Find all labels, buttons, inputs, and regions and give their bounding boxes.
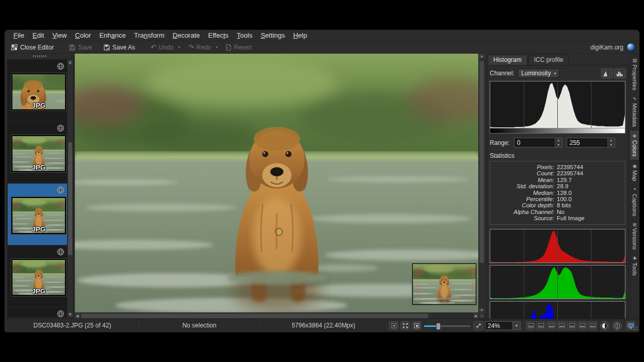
geolocation-globe-icon <box>57 124 65 132</box>
thumbbar-scroll-down-icon[interactable]: ▼ <box>68 312 73 317</box>
save-icon <box>69 44 75 51</box>
vertical-scroll-thumb[interactable] <box>479 61 484 263</box>
revert-icon <box>226 44 231 51</box>
channel-label: Channel: <box>490 70 514 77</box>
redo-button[interactable]: ↷ Redo <box>185 42 214 52</box>
zoom-slider-handle[interactable] <box>436 323 441 330</box>
app-window: FileEditViewColorEnhanceTransformDecorat… <box>4 29 640 333</box>
preview-mode-button-6[interactable] <box>577 321 587 330</box>
sidebar-tab-tools[interactable]: ✚Tools <box>630 253 639 279</box>
channel-select[interactable]: Luminosity ▾ <box>518 69 559 78</box>
preview-mode-button-4[interactable] <box>557 321 566 330</box>
menu-settings[interactable]: Settings <box>257 31 288 40</box>
zoom-to-selection-button[interactable] <box>389 321 398 330</box>
menubar: FileEditViewColorEnhanceTransformDecorat… <box>5 30 639 41</box>
overexposure-indicator-button[interactable] <box>613 321 622 331</box>
sidebar-tab-properties[interactable]: ▤Properties <box>630 55 639 93</box>
sidebar-tab-map[interactable]: ◉Map <box>630 160 639 184</box>
thumbnail-item-1[interactable]: JPG <box>8 60 68 121</box>
thumbnail-item-2[interactable]: JPG <box>8 122 68 183</box>
statistics-box: Pixels:22395744Count:22395744Mean:129.7S… <box>490 161 625 225</box>
linear-scale-button[interactable] <box>601 69 613 78</box>
menu-decorate[interactable]: Decorate <box>169 31 204 40</box>
pan-corner-button[interactable] <box>479 313 485 319</box>
canvas-horizontal-scrollbar[interactable]: ◀ ▶ <box>75 312 479 319</box>
undo-history-dropdown[interactable]: ▾ <box>178 45 180 50</box>
underexposure-indicator-button[interactable] <box>600 321 609 331</box>
thumbbar-scroll-thumb[interactable] <box>68 142 72 256</box>
luminosity-histogram[interactable] <box>490 81 625 128</box>
menu-file[interactable]: File <box>10 31 28 40</box>
sidebar-tab-colors[interactable]: ❖Colors <box>630 130 639 160</box>
fit-to-selection-button[interactable] <box>412 321 421 330</box>
thumbbar-scroll-up-icon[interactable]: ▲ <box>68 60 73 65</box>
thumbnail-image[interactable]: JPG <box>11 197 66 234</box>
preview-mode-button-5[interactable] <box>567 321 576 330</box>
scroll-down-icon[interactable]: ▼ <box>479 308 485 313</box>
range-max-input[interactable] <box>567 138 607 147</box>
spin-buttons[interactable]: ▲▼ <box>555 138 562 147</box>
tab-icc-profile[interactable]: ICC profile <box>528 55 569 65</box>
logarithmic-scale-button[interactable] <box>614 69 625 78</box>
digikam-brand-label: digiKam.org <box>590 44 623 51</box>
statusbar: DSC03483-2.JPG (25 of 42) No selection 5… <box>5 319 639 332</box>
thumbnail-item-4[interactable]: JPG <box>8 245 68 307</box>
undo-button[interactable]: ↶ Undo <box>148 42 176 52</box>
editor-canvas[interactable]: ▲ ▼ ◀ ▶ <box>75 54 485 319</box>
sidebar-tab-label: Properties <box>632 64 638 90</box>
range-label: Range: <box>490 139 510 146</box>
sidebar-tab-label: Metadata <box>632 103 638 127</box>
fit-to-window-button[interactable] <box>400 321 410 330</box>
thumbnail-item-3[interactable]: JPG <box>8 184 68 245</box>
scroll-up-icon[interactable]: ▲ <box>479 54 485 59</box>
menu-enhance[interactable]: Enhance <box>95 31 129 40</box>
thumbnail-image[interactable]: JPG <box>11 259 66 296</box>
sidebar-tab-captions[interactable]: ❝Captions <box>630 184 639 219</box>
preview-mode-buttons <box>526 321 597 330</box>
preview-mode-button-1[interactable] <box>526 321 535 330</box>
tab-histogram[interactable]: Histogram <box>488 55 527 65</box>
color-managed-view-button[interactable] <box>626 321 635 330</box>
menu-color[interactable]: Color <box>71 31 94 40</box>
canvas-vertical-scrollbar[interactable]: ▲ ▼ <box>478 54 485 313</box>
save-button[interactable]: Save <box>67 43 94 52</box>
preview-mode-button-7[interactable] <box>588 321 597 330</box>
menu-view[interactable]: View <box>49 31 70 40</box>
zoom-slider[interactable] <box>424 322 471 330</box>
sidebar-tab-label: Colors <box>632 140 638 157</box>
spin-buttons[interactable]: ▲▼ <box>607 138 615 147</box>
save-as-button[interactable]: Save As <box>101 43 138 52</box>
zoom-combo-dropdown-icon[interactable]: ▼ <box>513 321 521 330</box>
pan-overview-thumbnail[interactable] <box>412 264 476 305</box>
sidebar-tab-versions[interactable]: ⊞Versions <box>630 220 639 253</box>
canvas-image[interactable] <box>75 54 479 313</box>
menu-tools[interactable]: Tools <box>233 31 256 40</box>
thumbnail-item-5[interactable]: JPG <box>8 307 68 317</box>
scroll-left-icon[interactable]: ◀ <box>75 313 80 319</box>
zoom-level-combo[interactable]: 24% ▼ <box>485 321 521 330</box>
zoom-100-button[interactable] <box>474 321 483 330</box>
thumbbar-splitter-handle[interactable] <box>5 54 75 59</box>
close-editor-button[interactable]: Close Editor <box>9 43 56 52</box>
menu-transform[interactable]: Transform <box>131 31 168 40</box>
menu-edit[interactable]: Edit <box>29 31 47 40</box>
thumbnail-image[interactable]: JPG <box>11 73 66 110</box>
menu-help[interactable]: Help <box>289 31 311 40</box>
preview-mode-button-3[interactable] <box>546 321 556 330</box>
redo-history-dropdown[interactable]: ▾ <box>216 45 218 50</box>
sidebar-tab-metadata[interactable]: ✎Metadata <box>630 93 639 130</box>
range-max-spinbox[interactable]: ▲▼ <box>567 138 615 147</box>
geolocation-globe-icon <box>57 186 65 194</box>
thumbnail-image[interactable]: JPG <box>11 135 66 172</box>
range-min-spinbox[interactable]: ▲▼ <box>514 138 562 147</box>
horizontal-scroll-thumb[interactable] <box>81 314 428 318</box>
revert-button[interactable]: Revert <box>223 43 254 52</box>
visible-region-rect[interactable] <box>417 268 473 300</box>
statistics-row: Source:Full Image <box>493 215 622 221</box>
scroll-right-icon[interactable]: ▶ <box>474 313 479 319</box>
range-min-input[interactable] <box>514 138 555 147</box>
thumbbar-scrollbar[interactable]: ▲ ▼ <box>67 60 73 317</box>
preview-mode-button-2[interactable] <box>536 321 545 330</box>
zoom-level-value[interactable]: 24% <box>485 321 513 330</box>
menu-effects[interactable]: Effects <box>204 31 232 40</box>
